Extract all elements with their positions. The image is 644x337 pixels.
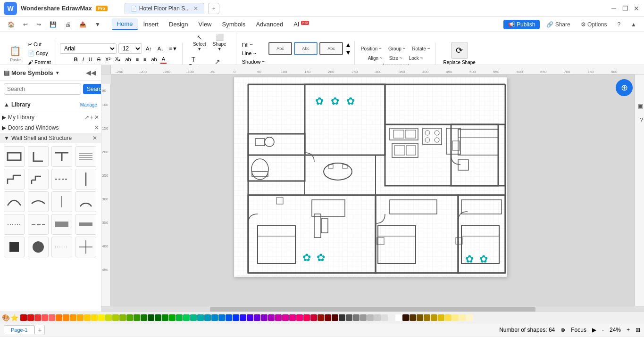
- shape-arc[interactable]: [4, 191, 25, 212]
- increase-font-button[interactable]: A↑: [144, 45, 154, 52]
- style-sample-3[interactable]: Abc: [319, 42, 343, 55]
- panel-toggle-2[interactable]: ?: [640, 117, 643, 123]
- color-picker-icon[interactable]: 🎨: [2, 314, 10, 321]
- color-swatch-38[interactable]: [289, 314, 296, 321]
- shape-solid-wide[interactable]: [75, 214, 96, 235]
- position-button[interactable]: Position ~: [359, 45, 384, 53]
- color-swatch-13[interactable]: [112, 314, 119, 321]
- color-swatch-34[interactable]: [261, 314, 268, 321]
- shape-solid-rect[interactable]: [51, 214, 72, 235]
- publish-button[interactable]: 📢 Publish: [503, 20, 540, 29]
- color-swatch-10[interactable]: [91, 314, 98, 321]
- styles-scroll-up[interactable]: ▲: [345, 41, 351, 49]
- menu-insert[interactable]: Insert: [139, 19, 164, 30]
- shape-lines[interactable]: [75, 146, 96, 167]
- shape-l-wall[interactable]: [28, 146, 49, 167]
- canvas-background[interactable]: ✿ ✿ ✿: [111, 74, 644, 306]
- shape-black-sq[interactable]: [4, 237, 25, 257]
- align-menu-button[interactable]: Align ~: [366, 54, 385, 62]
- color-swatch-14[interactable]: [119, 314, 126, 321]
- italic-button[interactable]: I: [81, 56, 86, 63]
- shape-thin-vert[interactable]: [51, 191, 72, 212]
- color-swatch-54[interactable]: [402, 314, 409, 321]
- layers-icon[interactable]: ⊗: [560, 327, 565, 333]
- color-swatch-55[interactable]: [410, 314, 416, 321]
- shape-circle[interactable]: [28, 237, 49, 257]
- home-menu-icon[interactable]: 🏠: [4, 20, 18, 29]
- share-button[interactable]: 🔗 Share: [543, 20, 574, 29]
- color-swatch-37[interactable]: [282, 314, 289, 321]
- color-swatch-24[interactable]: [190, 314, 197, 321]
- more-menu-button[interactable]: ▼: [91, 20, 104, 29]
- shape-t-wall[interactable]: [51, 146, 72, 167]
- zoom-in-button[interactable]: +: [627, 327, 630, 333]
- color-swatch-58[interactable]: [431, 314, 437, 321]
- subscript-button[interactable]: X₂: [113, 55, 122, 63]
- color-swatch-52[interactable]: [388, 314, 395, 321]
- color-swatch-42[interactable]: [318, 314, 324, 321]
- close-library-icon[interactable]: ✕: [94, 114, 99, 121]
- color-swatch-60[interactable]: [445, 314, 452, 321]
- font-size-selector[interactable]: 12: [118, 43, 142, 54]
- color-swatch-18[interactable]: [148, 314, 154, 321]
- compass-icon[interactable]: ⊕: [616, 79, 633, 96]
- color-swatch-25[interactable]: [197, 314, 204, 321]
- menu-home[interactable]: Home: [112, 18, 138, 30]
- color-swatch-1[interactable]: [27, 314, 34, 321]
- color-swatch-28[interactable]: [218, 314, 225, 321]
- tab-close-icon[interactable]: ✕: [193, 5, 198, 12]
- bold-button[interactable]: B: [72, 56, 80, 63]
- shape-bump[interactable]: [28, 191, 49, 212]
- sidebar-collapse-button[interactable]: ◀◀: [85, 68, 97, 77]
- shape-dash-short[interactable]: [4, 214, 25, 235]
- help-button[interactable]: ?: [613, 20, 624, 29]
- color-swatch-40[interactable]: [303, 314, 310, 321]
- replace-shape-button[interactable]: ⟳ Replace Shape: [439, 40, 479, 67]
- sidebar-item-my-library[interactable]: ▶ My Library ↗ + ✕: [0, 112, 101, 123]
- color-swatch-41[interactable]: [310, 314, 317, 321]
- color-swatch-61[interactable]: [452, 314, 459, 321]
- color-swatch-29[interactable]: [226, 314, 232, 321]
- color-swatch-27[interactable]: [211, 314, 218, 321]
- sidebar-item-wall-shell[interactable]: ▼ Wall Shell and Structure ✕: [0, 133, 101, 143]
- print-button[interactable]: 🖨: [61, 20, 75, 29]
- rotate-button[interactable]: Rotate ~: [410, 45, 432, 53]
- collapse-ribbon-button[interactable]: ▲: [627, 20, 640, 29]
- menu-view[interactable]: View: [194, 19, 217, 30]
- superscript-button[interactable]: X²: [103, 56, 112, 63]
- color-swatch-32[interactable]: [247, 314, 253, 321]
- color-swatch-31[interactable]: [240, 314, 246, 321]
- shape-dotted-line[interactable]: [51, 237, 72, 257]
- scroll-thumb[interactable]: [210, 307, 535, 312]
- close-wall-shell-icon[interactable]: ✕: [92, 135, 97, 141]
- export-button[interactable]: 📤: [75, 20, 90, 29]
- text-style-button[interactable]: ab: [123, 56, 133, 63]
- color-swatch-35[interactable]: [268, 314, 275, 321]
- cut-button[interactable]: ✂ Cut: [26, 41, 53, 49]
- color-swatch-43[interactable]: [325, 314, 331, 321]
- color-swatch-3[interactable]: [42, 314, 48, 321]
- lock-button[interactable]: Lock ~: [407, 54, 426, 62]
- color-swatch-44[interactable]: [332, 314, 338, 321]
- line-button[interactable]: Line ~: [240, 49, 267, 57]
- focus-label[interactable]: Focus: [571, 327, 586, 333]
- menu-ai[interactable]: AI hot: [289, 19, 314, 30]
- styles-scroll-down[interactable]: ▼: [345, 49, 351, 56]
- add-page-button[interactable]: +: [34, 325, 45, 335]
- new-tab-button[interactable]: +: [208, 3, 219, 14]
- redo-button[interactable]: ↪: [33, 20, 45, 29]
- color-swatch-17[interactable]: [141, 314, 147, 321]
- fill-button[interactable]: Fill ~: [240, 41, 267, 49]
- color-swatch-22[interactable]: [176, 314, 183, 321]
- color-swatch-5[interactable]: [56, 314, 62, 321]
- color-star-icon[interactable]: ⭐: [10, 314, 18, 321]
- color-swatch-53[interactable]: [395, 314, 402, 321]
- color-swatch-26[interactable]: [204, 314, 211, 321]
- color-swatch-16[interactable]: [134, 314, 140, 321]
- color-swatch-50[interactable]: [374, 314, 381, 321]
- color-swatch-21[interactable]: [169, 314, 176, 321]
- active-tab[interactable]: 📄 Hotel Floor Plan S... ✕: [125, 3, 204, 14]
- library-header[interactable]: ▲ Library Manage: [4, 99, 97, 110]
- options-button[interactable]: ⚙ Options: [577, 20, 611, 29]
- color-swatch-15[interactable]: [126, 314, 133, 321]
